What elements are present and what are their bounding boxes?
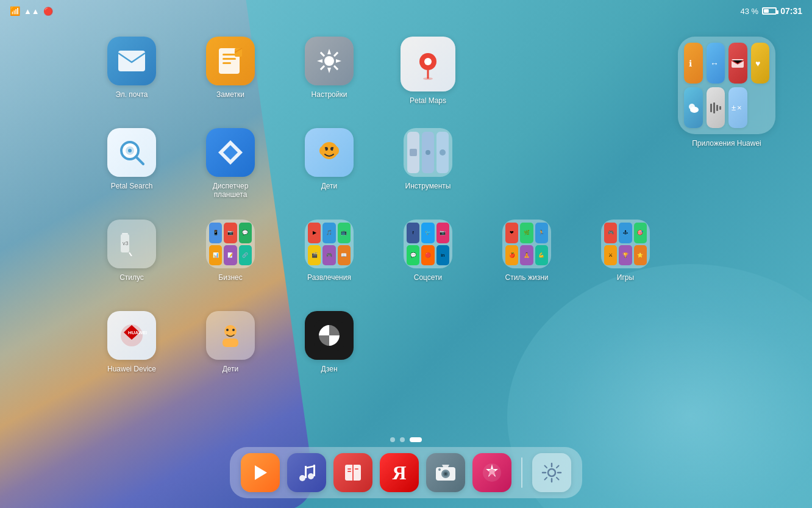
svg-point-15 — [690, 107, 699, 113]
app-grid: Эл. почта Заметки — [85, 30, 775, 390]
stylus-icon: v3 — [107, 220, 156, 268]
folder-app-info: ℹ — [684, 43, 703, 84]
svg-point-6 — [324, 56, 334, 66]
social-icon: f 🐦 📷 💬 🔴 in — [404, 220, 452, 268]
app-business[interactable]: 📱 📷 💬 📊 📝 🔗 Бизнес — [184, 213, 277, 299]
huawei-apps-label: Приложения Huawei — [692, 139, 761, 148]
app-petal-search[interactable]: Petal Search — [85, 122, 178, 207]
tablet-mgr-icon — [206, 128, 255, 177]
clock: 07:31 — [780, 6, 802, 16]
kids2-label: Дети — [223, 365, 239, 373]
dock-player[interactable] — [241, 453, 280, 492]
dock: Я — [230, 447, 582, 498]
page-dot-3[interactable] — [410, 437, 422, 442]
app-email[interactable]: Эл. почта — [85, 30, 178, 116]
dzen-label: Дзен — [321, 365, 337, 373]
games-label: Игры — [617, 273, 634, 282]
svg-rect-34 — [122, 233, 128, 234]
page-dot-1[interactable] — [390, 437, 395, 442]
folder-app-mail — [728, 43, 747, 84]
games-icon: 🎮 🕹 🎯 ⚔ 🏆 ⭐ — [601, 220, 650, 268]
app-kids-game[interactable]: Дети — [283, 122, 376, 207]
svg-point-30 — [333, 146, 339, 155]
notification-icon: 🔴 — [43, 7, 53, 16]
svg-rect-52 — [347, 471, 351, 472]
app-lifestyle[interactable]: ❤ 🌿 🏃 🍎 🧘 💪 Стиль жизни — [480, 213, 573, 299]
notes-label: Заметки — [216, 90, 244, 99]
folder-app-switch: ↔ — [707, 43, 725, 84]
app-entertainment[interactable]: ▶ 🎵 📺 🎬 🎮 📖 Развлечения — [283, 213, 376, 299]
app-dzen[interactable]: Дзен — [283, 305, 376, 390]
page-dot-2[interactable] — [400, 437, 405, 442]
huawei-device-icon: HUAWEI — [107, 311, 156, 360]
kids2-icon — [206, 311, 255, 360]
petal-maps-icon — [401, 37, 455, 91]
app-huawei-apps-folder[interactable]: ℹ ↔ ♥ ±× Приложения Huawei — [678, 30, 775, 207]
svg-point-29 — [319, 146, 326, 155]
svg-rect-47 — [305, 466, 307, 478]
huawei-apps-folder-grid: ℹ ↔ ♥ ±× — [678, 37, 775, 134]
app-social[interactable]: f 🐦 📷 💬 🔴 in Соцсети — [382, 213, 474, 299]
svg-rect-19 — [719, 106, 721, 110]
svg-point-61 — [548, 469, 555, 476]
svg-rect-18 — [716, 105, 718, 111]
settings-icon — [305, 37, 354, 85]
entertainment-icon: ▶ 🎵 📺 🎬 🎮 📖 — [305, 220, 354, 268]
svg-rect-53 — [355, 468, 358, 470]
svg-text:±: ± — [732, 103, 736, 112]
svg-point-45 — [299, 475, 305, 481]
tools-label: Инструменты — [405, 182, 451, 190]
folder-app-weather — [684, 87, 703, 128]
lifestyle-icon: ❤ 🌿 🏃 🍎 🧘 💪 — [502, 220, 551, 268]
dock-settings[interactable] — [532, 453, 571, 492]
email-icon — [107, 37, 156, 85]
svg-point-60 — [488, 469, 496, 476]
app-settings[interactable]: Настройки — [283, 30, 376, 116]
svg-rect-4 — [223, 62, 231, 64]
status-bar-right: 43 % 07:31 — [741, 6, 802, 16]
dock-yandex[interactable]: Я — [380, 453, 419, 492]
dock-gallery[interactable] — [472, 453, 511, 492]
huawei-device-label: Huawei Device — [107, 365, 156, 373]
app-notes[interactable]: Заметки — [184, 30, 277, 116]
folder-app-vip: ♥ — [751, 43, 770, 84]
svg-point-41 — [232, 329, 235, 331]
app-tablet-mgr[interactable]: Диспетчер планшета — [184, 122, 277, 207]
petal-maps-label: Petal Maps — [410, 96, 446, 105]
svg-point-57 — [444, 473, 447, 475]
svg-rect-2 — [223, 54, 236, 55]
dock-camera[interactable] — [426, 453, 465, 492]
svg-point-39 — [224, 325, 237, 337]
entertainment-label: Развлечения — [307, 273, 351, 282]
svg-text:↔: ↔ — [710, 59, 719, 68]
signal-icon: ▲▲ — [24, 7, 40, 16]
svg-rect-16 — [710, 104, 712, 112]
settings-label: Настройки — [312, 90, 347, 99]
dock-divider — [521, 457, 522, 488]
svg-point-58 — [438, 468, 441, 471]
svg-point-24 — [128, 149, 132, 152]
svg-point-8 — [424, 58, 432, 65]
app-games[interactable]: 🎮 🕹 🎯 ⚔ 🏆 ⭐ Игры — [579, 213, 672, 299]
app-petal-maps[interactable]: Petal Maps — [382, 30, 474, 116]
tools-icon — [404, 128, 452, 177]
svg-point-40 — [226, 329, 229, 331]
business-icon: 📱 📷 💬 📊 📝 🔗 — [206, 220, 255, 268]
dock-books[interactable] — [333, 453, 372, 492]
tablet-mgr-label: Диспетчер планшета — [203, 182, 258, 199]
svg-rect-33 — [440, 149, 446, 156]
app-stylus[interactable]: v3 Стилус — [85, 213, 178, 299]
app-tools[interactable]: Инструменты — [382, 122, 474, 207]
app-kids2[interactable]: Дети — [184, 305, 277, 390]
petal-search-label: Petal Search — [111, 182, 153, 190]
kids-game-icon — [305, 128, 354, 177]
svg-line-25 — [136, 157, 143, 164]
svg-text:×: × — [737, 103, 742, 112]
folder-app-calc: ±× — [728, 87, 747, 128]
app-huawei-device[interactable]: HUAWEI Huawei Device — [85, 305, 178, 390]
dock-music[interactable] — [287, 453, 326, 492]
svg-marker-44 — [255, 465, 267, 480]
notes-icon — [206, 37, 255, 85]
svg-text:ℹ: ℹ — [689, 59, 692, 68]
svg-rect-42 — [223, 338, 238, 347]
